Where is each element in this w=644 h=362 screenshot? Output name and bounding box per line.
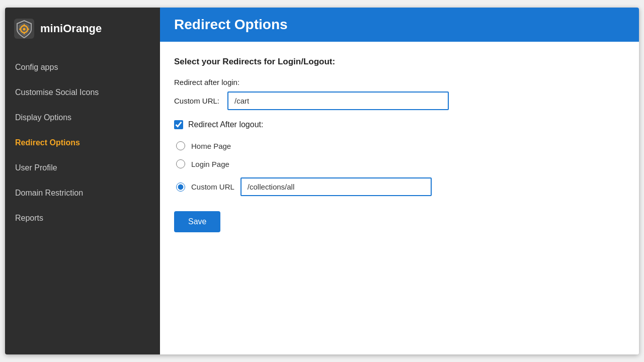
radio-custom-label: Custom URL: [191, 183, 234, 191]
logout-redirect-label: Redirect After logout:: [188, 120, 263, 129]
logout-redirect-checkbox[interactable]: [174, 120, 183, 129]
logout-redirect-radio-group: Home Page Login Page Custom URL: [176, 141, 625, 196]
sidebar-item-user-profile[interactable]: User Profile: [5, 155, 160, 180]
main-content: Redirect Options Select your Redirects f…: [160, 8, 639, 354]
logo-text: miniOrange: [40, 22, 102, 35]
sidebar: miniOrange Config apps Customise Social …: [5, 8, 160, 354]
sidebar-item-config-apps[interactable]: Config apps: [5, 55, 160, 80]
content-body: Select your Redirects for Login/Logout: …: [160, 42, 639, 354]
sidebar-logo: miniOrange: [5, 8, 160, 50]
radio-home-label: Home Page: [191, 142, 231, 150]
miniorange-logo-icon: [14, 19, 34, 39]
sidebar-item-redirect-options[interactable]: Redirect Options: [5, 130, 160, 155]
radio-row-home: Home Page: [176, 141, 625, 150]
sidebar-item-customise-social-icons[interactable]: Customise Social Icons: [5, 80, 160, 105]
sidebar-item-reports[interactable]: Reports: [5, 206, 160, 231]
section-title: Select your Redirects for Login/Logout:: [174, 57, 625, 67]
sidebar-item-domain-restriction[interactable]: Domain Restriction: [5, 180, 160, 206]
login-redirect-group: Redirect after login: Custom URL:: [174, 78, 625, 110]
page-title: Redirect Options: [174, 17, 625, 33]
radio-row-custom: Custom URL: [176, 177, 625, 196]
sidebar-nav: Config apps Customise Social Icons Displ…: [5, 55, 160, 231]
radio-login-label: Login Page: [191, 160, 229, 168]
custom-url-label: Custom URL:: [174, 97, 219, 105]
custom-url-field: Custom URL:: [174, 92, 625, 110]
save-button[interactable]: Save: [174, 211, 220, 232]
main-header: Redirect Options: [160, 8, 639, 42]
radio-home-page[interactable]: [176, 141, 185, 150]
svg-point-2: [23, 28, 26, 31]
radio-custom-url[interactable]: [176, 183, 185, 192]
login-redirect-label: Redirect after login:: [174, 78, 625, 86]
radio-login-page[interactable]: [176, 159, 185, 168]
sidebar-item-display-options[interactable]: Display Options: [5, 105, 160, 130]
logout-redirect-checkbox-row: Redirect After logout:: [174, 120, 625, 129]
login-custom-url-input[interactable]: [227, 92, 449, 110]
radio-row-login: Login Page: [176, 159, 625, 168]
logout-custom-url-input[interactable]: [240, 177, 432, 196]
